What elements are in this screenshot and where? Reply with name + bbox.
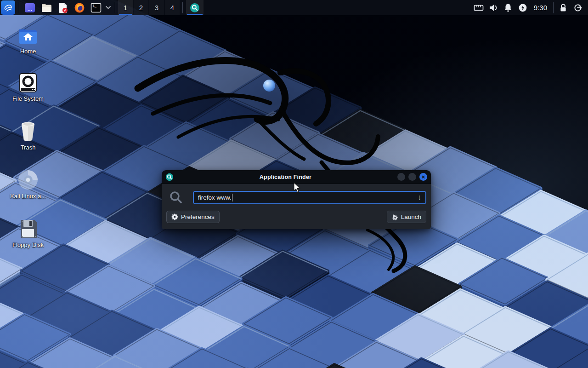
gear-icon	[171, 213, 178, 220]
dropdown-arrow-icon[interactable]: ↓	[418, 194, 421, 201]
chevron-down-icon	[106, 6, 111, 9]
search-input-value: firefox www.	[198, 194, 232, 201]
panel-separator	[553, 2, 554, 13]
power-manager-tray-icon[interactable]	[515, 0, 530, 15]
desktop-icon-filesystem[interactable]: File System	[0, 73, 56, 102]
workspace-button-2[interactable]: 2	[134, 0, 148, 15]
desktop-icon-label: Kali Linux a...	[0, 193, 56, 200]
kali-dragon-icon	[3, 3, 13, 13]
file-manager-launcher[interactable]	[40, 1, 53, 14]
terminal-chooser-launcher[interactable]: $_	[90, 1, 102, 14]
minimize-button[interactable]	[397, 173, 405, 181]
workspace-label: 3	[155, 4, 158, 12]
top-panel: $_ 1 2 3 4	[0, 0, 588, 15]
network-tray-icon[interactable]	[471, 0, 486, 15]
launch-button-label: Launch	[401, 213, 421, 220]
taskbar-appfinder-button[interactable]	[186, 0, 204, 15]
maximize-button[interactable]	[408, 173, 416, 181]
launch-button[interactable]: Launch	[387, 211, 426, 223]
text-editor-launcher[interactable]	[57, 1, 69, 14]
desktop-icon-trash[interactable]: Trash	[0, 121, 56, 151]
logout-button[interactable]	[571, 0, 585, 15]
floppy-disk-icon	[18, 219, 38, 239]
volume-tray-icon[interactable]	[486, 0, 501, 15]
desktop-icon-label: Trash	[0, 144, 56, 151]
close-icon: ×	[422, 174, 425, 180]
desktop-icon-label: File System	[0, 95, 56, 102]
desktop-icon-kali-docs[interactable]: Kali Linux a...	[0, 169, 56, 200]
terminal-app-icon	[24, 2, 35, 13]
desktop-icon-home[interactable]: Home	[0, 26, 56, 55]
desktop-icon-floppy[interactable]: Floppy Disk	[0, 219, 56, 248]
mouse-cursor	[293, 182, 302, 193]
appfinder-task-icon	[190, 3, 200, 13]
close-button[interactable]: ×	[419, 173, 427, 181]
panel-separator	[182, 2, 183, 13]
clock[interactable]: 9:30	[530, 0, 551, 15]
workspace-button-4[interactable]: 4	[165, 0, 180, 15]
workspace-label: 4	[170, 4, 174, 12]
launch-icon	[392, 214, 398, 220]
panel-separator	[19, 2, 19, 13]
search-input[interactable]: firefox www. ↓	[193, 191, 426, 204]
appfinder-window-icon	[165, 173, 174, 181]
trash-bin-icon	[18, 121, 38, 142]
panel-separator	[115, 2, 115, 13]
firefox-launcher[interactable]	[73, 1, 86, 14]
notifications-tray-icon[interactable]	[501, 0, 515, 15]
preferences-button-label: Preferences	[181, 213, 215, 220]
text-caret	[232, 194, 233, 201]
workspace-label: 1	[124, 4, 127, 12]
launcher-dropdown-button[interactable]	[104, 1, 112, 14]
search-icon	[168, 190, 184, 205]
preferences-button[interactable]: Preferences	[166, 211, 220, 223]
desktop-icon-label: Floppy Disk	[0, 242, 56, 248]
terminal-launcher[interactable]	[23, 1, 36, 14]
terminal-prompt-glyph: $_	[93, 4, 97, 8]
desktop-icon-label: Home	[0, 48, 56, 55]
cd-disc-icon	[17, 169, 39, 190]
application-finder-window: Application Finder × firefox www. ↓	[162, 170, 431, 229]
folder-icon	[41, 3, 52, 13]
window-title: Application Finder	[174, 174, 397, 180]
firefox-icon	[74, 2, 85, 13]
home-folder-icon	[17, 26, 39, 46]
lock-screen-button[interactable]	[556, 0, 571, 15]
terminal-prompt-icon: $_	[90, 2, 102, 13]
workspace-button-1[interactable]: 1	[118, 0, 133, 15]
workspace-label: 2	[139, 4, 143, 12]
document-icon	[58, 2, 68, 13]
applications-menu-button[interactable]	[1, 0, 15, 15]
workspace-button-3[interactable]: 3	[149, 0, 164, 15]
hard-drive-icon	[18, 73, 38, 93]
